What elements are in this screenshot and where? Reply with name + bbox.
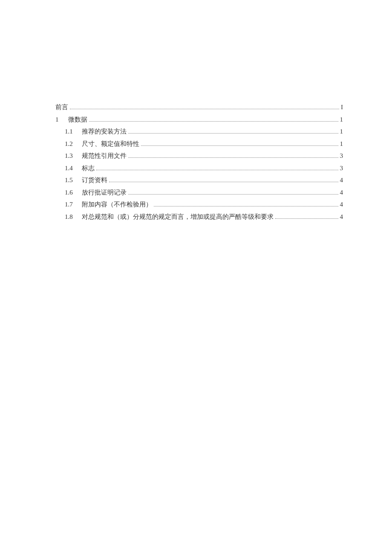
toc-title: 附加内容（不作检验用） — [82, 200, 152, 209]
toc-title: 前言 — [55, 102, 68, 112]
toc-number: 1.4 — [65, 163, 82, 173]
toc-title: 订货资料 — [82, 175, 107, 185]
toc-entry: 1.5 订货资料 4 — [55, 175, 343, 185]
toc-entry: 1 微数据 1 — [55, 115, 343, 125]
toc-entry: 1.7 附加内容（不作检验用） 4 — [55, 200, 343, 209]
toc-page: 1 — [340, 115, 343, 125]
toc-dots — [70, 109, 339, 109]
toc-title: 放行批证明记录 — [82, 188, 127, 198]
toc-dots — [128, 157, 338, 158]
toc-entry: 前言 I — [55, 102, 343, 112]
toc-entry: 1.8 对总规范和（或）分规范的规定而言，增加或提高的严酷等级和要求 4 — [55, 212, 343, 222]
toc-entry: 1.4 标志 3 — [55, 163, 343, 173]
toc-title: 标志 — [82, 163, 95, 173]
toc-page: 4 — [340, 188, 343, 198]
toc-entry: 1.6 放行批证明记录 4 — [55, 188, 343, 198]
table-of-contents: 前言 I 1 微数据 1 1.1 推荐的安装方法 1 1.2 尺寸、额定值和特性… — [55, 102, 343, 221]
toc-page: 4 — [340, 200, 343, 209]
toc-page: 1 — [340, 139, 343, 149]
toc-number: 1.2 — [65, 139, 82, 149]
toc-page: 4 — [340, 175, 343, 185]
toc-page: I — [341, 102, 343, 112]
toc-number: 1.7 — [65, 200, 82, 209]
toc-title: 推荐的安装方法 — [82, 127, 127, 137]
toc-dots — [89, 121, 338, 122]
toc-dots — [109, 182, 338, 182]
toc-number: 1.5 — [65, 175, 82, 185]
toc-dots — [128, 133, 338, 134]
toc-entry: 1.3 规范性引用文件 3 — [55, 151, 343, 161]
toc-number: 1.6 — [65, 188, 82, 198]
toc-page: 1 — [340, 127, 343, 137]
toc-dots — [96, 170, 338, 170]
toc-title: 尺寸、额定值和特性 — [82, 139, 139, 149]
toc-title: 对总规范和（或）分规范的规定而言，增加或提高的严酷等级和要求 — [82, 212, 274, 222]
toc-page: 3 — [340, 163, 343, 173]
toc-dots — [275, 218, 338, 219]
toc-title: 规范性引用文件 — [82, 151, 127, 161]
toc-title: 微数据 — [68, 115, 87, 125]
toc-number: 1.1 — [65, 127, 82, 137]
toc-entry: 1.1 推荐的安装方法 1 — [55, 127, 343, 137]
toc-dots — [128, 194, 338, 195]
document-page: 前言 I 1 微数据 1 1.1 推荐的安装方法 1 1.2 尺寸、额定值和特性… — [0, 0, 392, 221]
toc-page: 4 — [340, 212, 343, 222]
toc-dots — [154, 206, 338, 206]
toc-entry: 1.2 尺寸、额定值和特性 1 — [55, 139, 343, 149]
toc-page: 3 — [340, 151, 343, 161]
toc-number: 1.3 — [65, 151, 82, 161]
toc-number: 1.8 — [65, 212, 82, 222]
toc-number: 1 — [55, 115, 68, 125]
toc-dots — [141, 145, 338, 146]
